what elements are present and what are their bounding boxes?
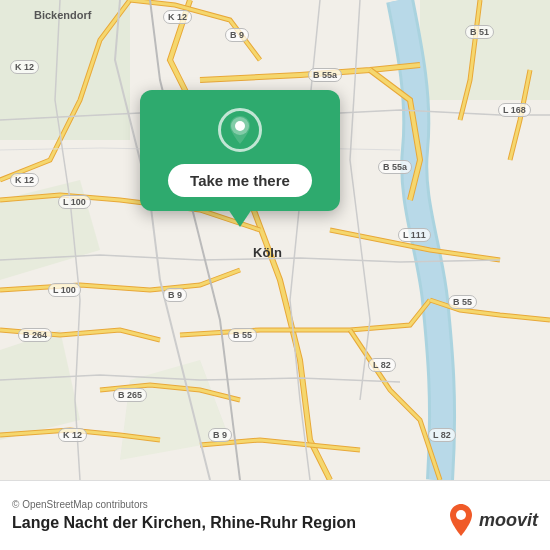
pin-svg	[228, 116, 252, 144]
map-container: Bickendorf K 12 B 9 K 12 B 55a B 51 B 55…	[0, 0, 550, 480]
b55a-right-label: B 55a	[378, 160, 412, 174]
b264-label: B 264	[18, 328, 52, 342]
l168-label: L 168	[498, 103, 531, 117]
moovit-logo: moovit	[450, 504, 538, 536]
bickendorf-label: Bickendorf	[30, 8, 95, 22]
l82-label: L 82	[368, 358, 396, 372]
l100-lower-label: L 100	[48, 283, 81, 297]
svg-point-8	[456, 510, 466, 520]
location-icon-circle	[218, 108, 262, 152]
b9-bot-label: B 9	[208, 428, 232, 442]
b9-top-label: B 9	[225, 28, 249, 42]
b9-mid-label: B 9	[163, 288, 187, 302]
moovit-pin-icon	[450, 504, 472, 536]
b55a-top-label: B 55a	[308, 68, 342, 82]
k12-bot-label: K 12	[58, 428, 87, 442]
take-me-there-button[interactable]: Take me there	[168, 164, 312, 197]
l111-label: L 111	[398, 228, 431, 242]
l82-bot-label: L 82	[428, 428, 456, 442]
k12-top-left-label: K 12	[10, 60, 39, 74]
b51-label: B 51	[465, 25, 494, 39]
bottom-bar: © OpenStreetMap contributors Lange Nacht…	[0, 480, 550, 550]
city-label: Köln	[253, 245, 282, 260]
moovit-text: moovit	[479, 510, 538, 531]
b55-label: B 55	[228, 328, 257, 342]
l100-label: L 100	[58, 195, 91, 209]
k12-top-label: K 12	[163, 10, 192, 24]
k12-left-label: K 12	[10, 173, 39, 187]
b55-right-label: B 55	[448, 295, 477, 309]
popup-card: Take me there	[140, 90, 340, 211]
b265-label: B 265	[113, 388, 147, 402]
